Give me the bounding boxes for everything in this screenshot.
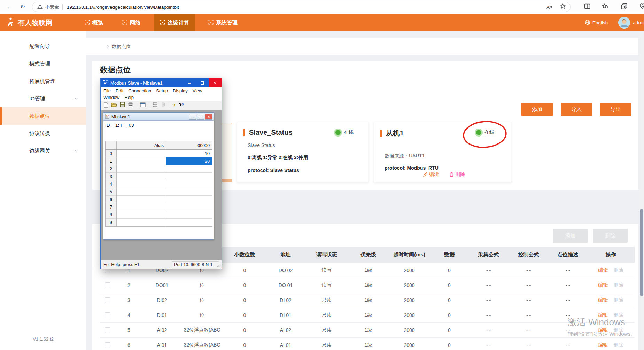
- grid-row-number[interactable]: 3: [106, 173, 117, 180]
- page-scrollbar[interactable]: [639, 31, 644, 350]
- row-edit-link[interactable]: 编辑: [598, 282, 608, 288]
- minimize-button[interactable]: –: [183, 78, 196, 87]
- new-file-icon[interactable]: [103, 102, 109, 109]
- export-button[interactable]: 导出: [600, 103, 631, 116]
- modbus-title-bar[interactable]: Modbus Slave - Mbslave1 – ×: [101, 78, 222, 87]
- sidebar-item[interactable]: IO管理: [0, 90, 86, 107]
- nav-item[interactable]: 概览: [79, 14, 109, 31]
- row-delete-link[interactable]: 删除: [614, 327, 623, 333]
- menu-item[interactable]: Display: [173, 88, 188, 93]
- mbslave1-document-window[interactable]: DOC Mbslave1 – × ID = 1: F = 03 Alias 00…: [103, 112, 214, 240]
- browser-essentials-icon[interactable]: [639, 3, 644, 11]
- row-checkbox[interactable]: [105, 312, 110, 318]
- import-button[interactable]: 导入: [561, 103, 592, 116]
- grid-value-cell[interactable]: [166, 211, 212, 219]
- grid-alias-cell[interactable]: [117, 203, 166, 211]
- device-setup-icon[interactable]: [161, 102, 166, 109]
- bus-monitor-icon[interactable]: [152, 102, 158, 109]
- menu-item[interactable]: Window: [103, 95, 119, 100]
- row-edit-link[interactable]: 编辑: [598, 342, 608, 348]
- sidebar-item[interactable]: 拓展机管理: [0, 72, 86, 90]
- breadcrumb-current[interactable]: 数据点位: [112, 44, 131, 50]
- grid-row-number[interactable]: 1: [106, 157, 117, 165]
- sidebar-item[interactable]: 配置向导: [0, 38, 86, 55]
- sidebar-item[interactable]: 边缘网关: [0, 142, 86, 160]
- row-edit-link[interactable]: 编辑: [598, 312, 608, 318]
- avatar[interactable]: [618, 17, 630, 29]
- row-delete-link[interactable]: 删除: [614, 342, 623, 348]
- scrollbar-thumb[interactable]: [640, 209, 643, 296]
- menu-item[interactable]: View: [193, 88, 202, 93]
- edit-slave-link[interactable]: 编辑: [423, 171, 439, 178]
- grid-value-cell[interactable]: 20: [166, 157, 212, 165]
- favorite-star-icon[interactable]: [560, 3, 566, 11]
- row-delete-link[interactable]: 删除: [614, 297, 623, 303]
- row-checkbox[interactable]: [105, 282, 110, 288]
- language-switcher[interactable]: English: [585, 20, 608, 26]
- menu-item[interactable]: Help: [124, 95, 134, 100]
- menu-item[interactable]: Connection: [128, 88, 151, 93]
- username-label[interactable]: admin: [633, 20, 644, 25]
- grid-alias-cell[interactable]: [117, 180, 166, 188]
- open-file-icon[interactable]: [111, 102, 117, 109]
- row-edit-link[interactable]: 编辑: [598, 327, 608, 333]
- grid-alias-cell[interactable]: [117, 157, 166, 165]
- row-delete-link[interactable]: 删除: [614, 267, 623, 273]
- grid-row-number[interactable]: 0: [106, 150, 117, 157]
- grid-value-cell[interactable]: [166, 173, 212, 180]
- grid-alias-cell[interactable]: [117, 188, 166, 196]
- grid-row-number[interactable]: 9: [106, 219, 117, 226]
- favorites-bar-icon[interactable]: [602, 3, 609, 11]
- doc-minimize-button[interactable]: –: [189, 114, 196, 120]
- browser-refresh-icon[interactable]: ↻: [18, 2, 27, 11]
- read-aloud-icon[interactable]: A: [546, 5, 552, 10]
- split-screen-icon[interactable]: [584, 3, 591, 11]
- brand-logo[interactable]: 有人物联网: [5, 14, 53, 31]
- save-file-icon[interactable]: [120, 102, 125, 109]
- document-title-bar[interactable]: DOC Mbslave1 – ×: [103, 113, 214, 121]
- row-checkbox[interactable]: [105, 297, 110, 303]
- grid-alias-cell[interactable]: [117, 173, 166, 180]
- grid-value-cell[interactable]: [166, 196, 212, 203]
- grid-row-number[interactable]: 4: [106, 180, 117, 188]
- add-datapoint-button[interactable]: 添加: [553, 229, 588, 243]
- add-slave-button[interactable]: 添加: [521, 103, 553, 116]
- grid-alias-cell[interactable]: [117, 150, 166, 157]
- grid-value-cell[interactable]: [166, 219, 212, 226]
- grid-alias-cell[interactable]: [117, 211, 166, 219]
- url-text[interactable]: 192.168.1.1/#/origin/edgecalculation/Vie…: [67, 5, 179, 10]
- maximize-button[interactable]: [196, 78, 209, 87]
- display-window-icon[interactable]: [140, 102, 146, 109]
- doc-close-button[interactable]: ×: [205, 114, 212, 120]
- grid-value-cell[interactable]: [166, 165, 212, 173]
- grid-value-cell[interactable]: [166, 180, 212, 188]
- delete-slave-link[interactable]: 删除: [449, 171, 465, 178]
- sidebar-item[interactable]: 模式管理: [0, 55, 86, 72]
- menu-item[interactable]: File: [103, 88, 111, 93]
- nav-item[interactable]: 边缘计算: [154, 14, 195, 31]
- doc-maximize-button[interactable]: [197, 114, 204, 120]
- nav-item[interactable]: 系统管理: [202, 14, 243, 31]
- grid-alias-cell[interactable]: [117, 165, 166, 173]
- grid-value-cell[interactable]: [166, 203, 212, 211]
- collections-icon[interactable]: [621, 3, 628, 11]
- grid-row-number[interactable]: 2: [106, 165, 117, 173]
- help-icon[interactable]: ?: [172, 103, 176, 108]
- grid-value-cell[interactable]: [166, 188, 212, 196]
- sidebar-item[interactable]: 协议转换: [0, 125, 86, 142]
- grid-alias-cell[interactable]: [117, 219, 166, 226]
- grid-alias-cell[interactable]: [117, 196, 166, 203]
- modbus-slave-window[interactable]: Modbus Slave - Mbslave1 – × FileEditConn…: [100, 78, 222, 269]
- row-delete-link[interactable]: 删除: [614, 282, 623, 288]
- nav-item[interactable]: 网络: [116, 14, 147, 31]
- security-label[interactable]: 不安全: [45, 4, 59, 10]
- menu-item[interactable]: Setup: [156, 88, 168, 93]
- close-button[interactable]: ×: [209, 78, 222, 87]
- address-bar[interactable]: 不安全 192.168.1.1/#/origin/edgecalculation…: [32, 2, 571, 12]
- row-delete-link[interactable]: 删除: [614, 312, 623, 318]
- grid-row-number[interactable]: 8: [106, 211, 117, 219]
- row-edit-link[interactable]: 编辑: [598, 297, 608, 303]
- menu-item[interactable]: Edit: [116, 88, 123, 93]
- sidebar-item[interactable]: 数据点位: [0, 107, 86, 125]
- grid-row-number[interactable]: 6: [106, 196, 117, 203]
